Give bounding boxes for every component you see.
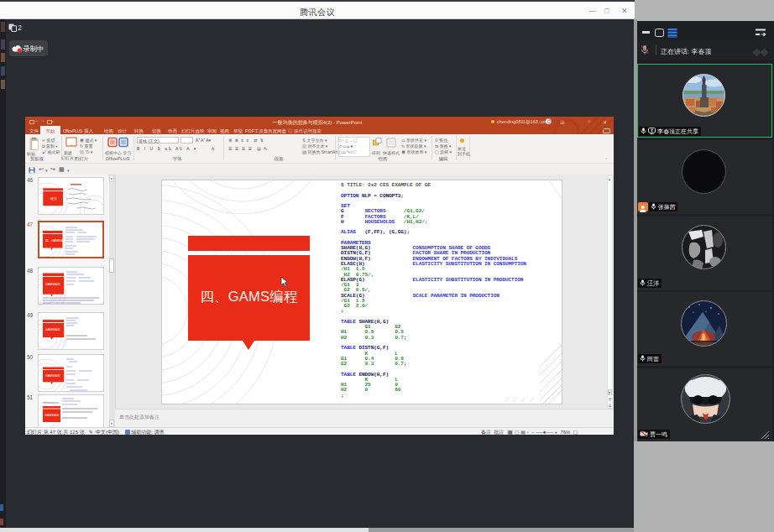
svg-text:GAMS编程: GAMS编程 <box>44 414 60 417</box>
svg-text:经济: 经济 <box>50 196 57 201</box>
svg-text:GAMS编程: GAMS编程 <box>45 374 60 378</box>
svg-text:GAMS编程: GAMS编程 <box>45 328 60 331</box>
svg-text:GAMS编程: GAMS编程 <box>45 283 60 286</box>
svg-text:四、GAMS编程: 四、GAMS编程 <box>45 239 66 243</box>
